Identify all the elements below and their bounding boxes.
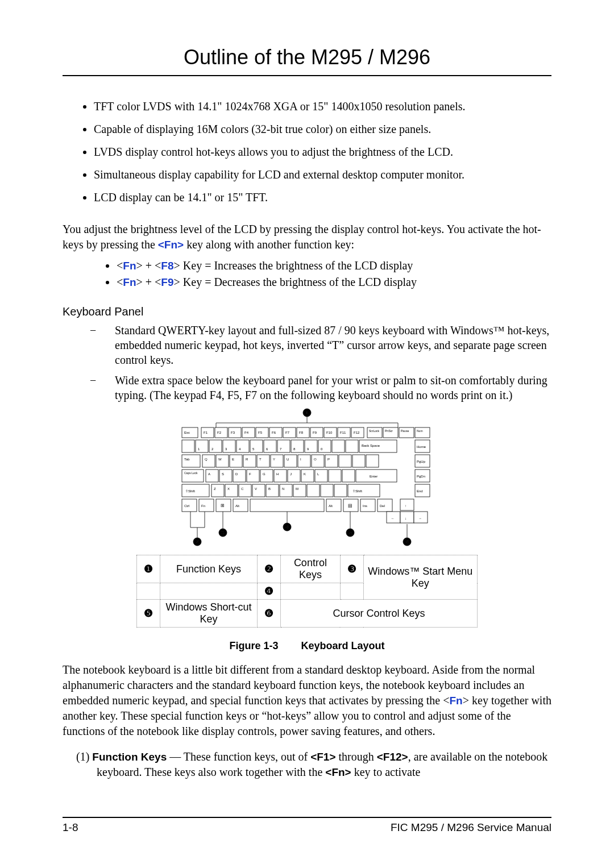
svg-text:Y: Y xyxy=(273,458,275,461)
list-item: LVDS display control hot-keys allows you… xyxy=(94,144,551,159)
f1-key-label: <F1> xyxy=(310,751,335,763)
title-rule xyxy=(63,75,551,76)
manual-title: FIC M295 / M296 Service Manual xyxy=(391,821,551,834)
svg-text:PgDn: PgDn xyxy=(417,475,425,478)
brightness-paragraph: You adjust the brightness level of the L… xyxy=(63,222,551,252)
svg-text:F1: F1 xyxy=(204,431,208,434)
svg-rect-147 xyxy=(250,499,324,512)
page-footer: 1-8 FIC M295 / M296 Service Manual xyxy=(63,817,551,834)
svg-rect-121 xyxy=(211,484,224,497)
svg-text:→: → xyxy=(418,517,422,520)
svg-text:⇧Shift: ⇧Shift xyxy=(352,489,362,493)
svg-text:F12: F12 xyxy=(354,431,360,434)
svg-text:Ins: Ins xyxy=(363,504,367,508)
svg-text:N: N xyxy=(282,487,284,491)
text: through xyxy=(336,750,377,763)
legend-num-6: ❻ xyxy=(258,600,281,628)
keyboard-diagram: 1 EscF1F2F3F4F5F6F7F8F9F10F11F12 ScrLock… xyxy=(159,408,455,550)
fn-key-label: <Fn> xyxy=(325,766,351,778)
fn-key-label: <Fn> xyxy=(158,239,184,251)
svg-text:X: X xyxy=(227,487,230,491)
svg-rect-127 xyxy=(293,484,306,497)
svg-text:Del: Del xyxy=(380,504,385,508)
fn-key-label: Fn xyxy=(123,260,136,272)
svg-text:F7: F7 xyxy=(285,431,290,434)
svg-rect-129 xyxy=(321,484,333,497)
svg-text:F: F xyxy=(249,472,251,476)
svg-text:Home: Home xyxy=(417,445,426,448)
svg-text:F11: F11 xyxy=(340,431,346,434)
svg-rect-104 xyxy=(329,470,341,482)
list-item: <Fn> + <F9> Key = Decreases the brightne… xyxy=(117,275,551,290)
svg-rect-105 xyxy=(342,470,355,482)
svg-text:▤: ▤ xyxy=(348,503,352,508)
svg-text:S: S xyxy=(222,472,224,476)
svg-text:ScrLock: ScrLock xyxy=(369,429,380,433)
svg-text:A: A xyxy=(208,472,210,476)
svg-rect-40 xyxy=(182,440,194,452)
section-heading-keyboard: Keyboard Panel xyxy=(63,305,551,318)
svg-rect-68 xyxy=(202,455,215,467)
svg-rect-100 xyxy=(274,470,287,482)
svg-rect-74 xyxy=(284,455,297,467)
svg-text:F8: F8 xyxy=(299,431,304,434)
fn-key-label: Fn xyxy=(450,695,463,707)
svg-text:F4: F4 xyxy=(244,431,249,434)
svg-rect-78 xyxy=(339,455,351,467)
svg-text:Tab: Tab xyxy=(184,458,190,461)
svg-rect-80 xyxy=(366,455,379,467)
svg-text:W: W xyxy=(218,458,222,461)
svg-text:K: K xyxy=(304,472,306,476)
svg-rect-126 xyxy=(280,484,292,497)
footer-rule xyxy=(63,817,551,818)
page: Outline of the M295 / M296 TFT color LVD… xyxy=(0,0,614,868)
svg-text:End: End xyxy=(417,489,423,493)
svg-rect-72 xyxy=(257,455,269,467)
svg-rect-125 xyxy=(266,484,279,497)
svg-rect-99 xyxy=(260,470,273,482)
svg-text:⊞: ⊞ xyxy=(221,503,225,508)
svg-rect-128 xyxy=(307,484,320,497)
svg-text:F2: F2 xyxy=(217,431,222,434)
text: (1) xyxy=(76,750,92,763)
svg-text:1: 1 xyxy=(305,410,308,416)
svg-text:Alt: Alt xyxy=(329,504,333,508)
text: — These function keys, out of xyxy=(167,750,310,763)
legend-num-3: ❸ xyxy=(340,555,363,583)
svg-text:F3: F3 xyxy=(231,431,235,434)
svg-rect-67 xyxy=(182,455,200,467)
svg-text:Ctrl: Ctrl xyxy=(184,504,189,508)
svg-rect-154 xyxy=(400,512,414,523)
svg-rect-77 xyxy=(325,455,338,467)
svg-text:P: P xyxy=(327,458,330,461)
svg-text:5: 5 xyxy=(349,530,351,535)
list-item: TFT color LVDS with 14.1" 1024x768 XGA o… xyxy=(94,99,551,114)
svg-rect-122 xyxy=(225,484,238,497)
svg-text:B: B xyxy=(268,487,271,491)
keyboard-paragraph: The notebook keyboard is a little bit di… xyxy=(63,662,551,739)
list-item: Capable of displaying 16M colors (32-bit… xyxy=(94,122,551,136)
svg-rect-124 xyxy=(252,484,265,497)
svg-text:V: V xyxy=(255,487,257,491)
svg-text:Enter: Enter xyxy=(370,475,377,478)
svg-text:↑: ↑ xyxy=(405,504,406,508)
legend-text-5: Windows Short-cut Key xyxy=(160,600,258,628)
caption-text: Keyboard Layout xyxy=(301,640,385,651)
svg-text:M: M xyxy=(296,487,298,491)
svg-text:F5: F5 xyxy=(258,431,263,434)
svg-rect-123 xyxy=(239,484,251,497)
svg-text:E: E xyxy=(232,458,234,461)
svg-rect-51 xyxy=(332,440,345,452)
svg-text:Alt: Alt xyxy=(235,504,239,508)
svg-text:J: J xyxy=(290,472,292,476)
svg-text:G: G xyxy=(263,472,265,476)
svg-text:2: 2 xyxy=(196,539,198,545)
svg-rect-71 xyxy=(243,455,256,467)
legend-text-3: Windows™ Start Menu Key xyxy=(363,555,477,600)
svg-rect-79 xyxy=(352,455,365,467)
svg-text:F9: F9 xyxy=(313,431,317,434)
svg-text:←: ← xyxy=(391,517,395,520)
svg-text:C: C xyxy=(241,487,244,491)
f8-key-label: F8 xyxy=(161,260,173,272)
svg-rect-95 xyxy=(206,470,218,482)
